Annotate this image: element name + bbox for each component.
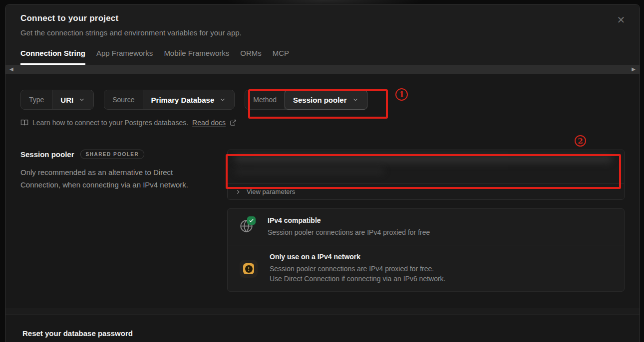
info-title: Only use on a IPv4 network: [270, 253, 446, 261]
tab-mcp[interactable]: MCP: [273, 49, 289, 65]
tab-connection-string[interactable]: Connection String: [20, 49, 85, 65]
method-selected: Session pooler: [293, 96, 347, 104]
info-line: Session pooler connections are IPv4 prox…: [270, 264, 446, 274]
reset-password-heading: Reset your database password: [22, 329, 640, 338]
warning-icon: !: [240, 260, 258, 278]
ipv4-info-panel: IPv4 compatible Session pooler connectio…: [227, 208, 625, 292]
scroll-left-icon[interactable]: ◀: [7, 65, 15, 74]
tab-app-frameworks[interactable]: App Frameworks: [96, 49, 153, 65]
source-label: Source: [104, 90, 143, 109]
pooler-detail-column: View parameters IPv4 compatible: [227, 150, 625, 292]
connection-string-input[interactable]: [228, 150, 624, 183]
info-row-ipv4-warning: ! Only use on a IPv4 network Session poo…: [228, 245, 624, 291]
book-icon: [20, 119, 28, 127]
tab-orms[interactable]: ORMs: [240, 49, 262, 65]
method-label: Method: [245, 90, 285, 109]
section-heading: Session pooler: [20, 150, 74, 159]
shared-pooler-badge: SHARED POOLER: [80, 150, 145, 159]
type-label: Type: [21, 90, 52, 109]
globe-check-icon: [240, 217, 256, 233]
info-title: IPv4 compatible: [268, 216, 430, 224]
tab-mobile-frameworks[interactable]: Mobile Frameworks: [164, 49, 229, 65]
info-row-ipv4-compatible: IPv4 compatible Session pooler connectio…: [228, 209, 624, 245]
view-parameters-toggle[interactable]: View parameters: [228, 183, 624, 199]
info-line: Use Direct Connection if connecting via …: [270, 274, 446, 284]
chevron-down-icon: [78, 96, 85, 103]
dialog-title: Connect to your project: [20, 13, 625, 23]
external-link-icon: [230, 119, 237, 126]
read-docs-link[interactable]: Read docs: [192, 119, 226, 127]
check-icon: [247, 216, 256, 225]
redacted-connection-string: [235, 168, 384, 174]
dialog-body: Type URI Source Primary Database Method …: [5, 74, 640, 308]
chevron-down-icon: [219, 96, 226, 103]
pooler-description-column: Session pooler SHARED POOLER Only recomm…: [20, 150, 209, 292]
chevron-down-icon: [352, 96, 359, 103]
chevron-right-icon: [235, 188, 242, 195]
pooler-section: Session pooler SHARED POOLER Only recomm…: [20, 150, 625, 292]
tab-bar: Connection String App Frameworks Mobile …: [20, 49, 625, 65]
method-dropdown[interactable]: Method Session pooler: [245, 90, 367, 110]
connect-dialog: ✕ Connect to your project Get the connec…: [5, 4, 640, 342]
method-value[interactable]: Session pooler: [285, 90, 367, 110]
info-line: Session pooler connections are IPv4 prox…: [268, 227, 430, 237]
connection-string-panel: View parameters: [227, 150, 625, 200]
redacted-connection-string: [235, 154, 612, 163]
view-parameters-label: View parameters: [247, 188, 295, 195]
close-icon[interactable]: ✕: [616, 14, 627, 25]
source-dropdown[interactable]: Source Primary Database: [104, 90, 235, 110]
source-selected: Primary Database: [151, 96, 215, 104]
source-value[interactable]: Primary Database: [143, 90, 235, 109]
type-dropdown[interactable]: Type URI: [20, 90, 94, 110]
section-description: Only recommended as an alternative to Di…: [20, 166, 205, 191]
docs-hint: Learn how to connect to your Postgres da…: [20, 119, 625, 127]
dialog-header: ✕ Connect to your project Get the connec…: [5, 4, 640, 65]
scroll-right-icon[interactable]: ▶: [630, 65, 638, 74]
tab-scrollbar[interactable]: ◀ ▶: [5, 65, 640, 74]
docs-text: Learn how to connect to your Postgres da…: [32, 119, 188, 127]
connection-controls: Type URI Source Primary Database Method …: [20, 90, 625, 110]
type-value[interactable]: URI: [52, 90, 93, 109]
dialog-footer: Reset your database password: [5, 315, 640, 342]
dialog-subtitle: Get the connection strings and environme…: [20, 28, 625, 37]
type-selected: URI: [60, 96, 73, 104]
